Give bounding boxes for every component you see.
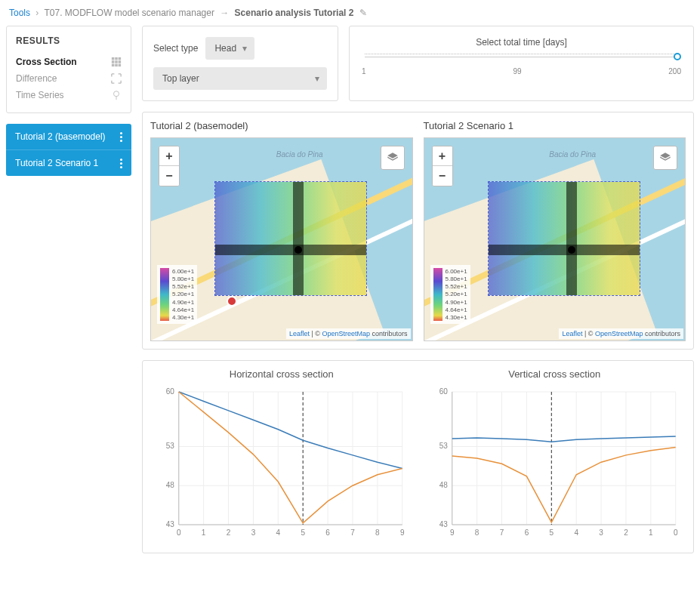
osm-link[interactable]: OpenStreetMap — [322, 330, 370, 337]
osm-link[interactable]: OpenStreetMap — [595, 330, 643, 337]
time-slider[interactable] — [365, 51, 678, 66]
slider-handle[interactable] — [674, 53, 681, 60]
location-icon — [111, 90, 122, 100]
leaflet-link[interactable]: Leaflet — [562, 330, 582, 337]
grid-icon — [111, 57, 122, 67]
slider-mid: 99 — [513, 67, 521, 75]
breadcrumb-current: Scenario analysis Tutorial 2 — [235, 8, 354, 18]
edit-icon[interactable]: ✎ — [359, 8, 367, 18]
layers-icon — [386, 151, 399, 165]
results-item-difference[interactable]: Difference — [16, 70, 122, 87]
svg-text:5: 5 — [301, 528, 305, 537]
model-overlay[interactable] — [489, 182, 640, 295]
scenario-item-basemodel[interactable]: Tutorial 2 (basemodel) — [6, 124, 131, 150]
scenario-list: Tutorial 2 (basemodel) Tutorial 2 Scenar… — [6, 124, 131, 176]
map-title: Tutorial 2 Scenario 1 — [424, 120, 686, 131]
svg-rect-4 — [115, 60, 118, 63]
breadcrumb: Tools › T07. MODFLOW model scenario mana… — [6, 3, 694, 26]
svg-text:2: 2 — [227, 528, 231, 537]
svg-text:6: 6 — [524, 528, 529, 537]
map-panel-1: Tutorial 2 Scenario 1 Bacia do Pina + − — [424, 120, 686, 341]
menu-dots-icon[interactable] — [120, 159, 122, 168]
chart-panel-1: Vertical cross section 9876543210 434853… — [424, 368, 686, 545]
map-panel-0: Tutorial 2 (basemodel) Bacia do Pina + − — [150, 120, 413, 341]
scenario-label: Tutorial 2 Scenario 1 — [15, 158, 98, 168]
svg-text:9: 9 — [400, 528, 405, 537]
svg-text:53: 53 — [166, 442, 175, 450]
map-attribution: Leaflet | © OpenStreetMap contributors — [286, 328, 411, 339]
svg-rect-0 — [112, 57, 115, 60]
chart-panel-0: Horizontal cross section 0123456789 4348… — [150, 368, 413, 545]
zoom-in-button[interactable]: + — [433, 146, 452, 166]
leaflet-link[interactable]: Leaflet — [289, 330, 310, 337]
svg-text:48: 48 — [166, 481, 175, 489]
svg-rect-5 — [119, 60, 122, 63]
zoom-control: + − — [159, 146, 180, 186]
svg-text:0: 0 — [177, 528, 181, 537]
map-title: Tutorial 2 (basemodel) — [150, 120, 413, 131]
svg-text:7: 7 — [499, 528, 504, 537]
menu-dots-icon[interactable] — [120, 132, 122, 142]
select-type-label: Select type — [153, 43, 198, 54]
color-legend: 6.00e+15.80e+15.52e+15.20e+14.90e+14.64e… — [157, 265, 197, 324]
results-title: RESULTS — [16, 35, 122, 46]
svg-text:3: 3 — [599, 528, 603, 537]
svg-point-9 — [114, 91, 119, 97]
chart-svg: 0123456789 43485360 — [150, 384, 413, 543]
svg-text:43: 43 — [166, 520, 175, 528]
slider-min: 1 — [362, 67, 366, 75]
svg-rect-8 — [119, 64, 122, 67]
time-slider-panel: Select total time [days] 1 99 200 — [349, 26, 694, 101]
select-controls-panel: Select type Head Top layer — [142, 26, 338, 101]
svg-text:1: 1 — [649, 528, 653, 537]
svg-rect-6 — [112, 64, 115, 67]
results-item-label: Time Series — [16, 90, 64, 100]
scenario-label: Tutorial 2 (basemodel) — [15, 131, 106, 142]
map-attribution: Leaflet | © OpenStreetMap contributors — [559, 328, 683, 339]
zoom-out-button[interactable]: − — [159, 166, 179, 186]
svg-text:5: 5 — [549, 528, 554, 537]
results-item-cross-section[interactable]: Cross Section — [16, 54, 122, 70]
map-canvas[interactable]: Bacia do Pina + − — [150, 137, 413, 341]
svg-text:1: 1 — [202, 528, 206, 537]
scenario-item-scenario1[interactable]: Tutorial 2 Scenario 1 — [6, 150, 131, 176]
results-item-label: Difference — [16, 73, 57, 84]
svg-text:2: 2 — [624, 528, 628, 537]
svg-rect-7 — [115, 64, 118, 67]
svg-text:7: 7 — [350, 528, 355, 537]
select-type-dropdown[interactable]: Head — [205, 37, 254, 60]
svg-text:60: 60 — [166, 387, 175, 396]
layers-button[interactable] — [381, 146, 405, 170]
svg-rect-2 — [119, 57, 122, 60]
time-slider-title: Select total time [days] — [360, 37, 683, 48]
zoom-control: + − — [432, 146, 453, 186]
chart-title: Horizontal cross section — [150, 368, 413, 380]
svg-text:60: 60 — [439, 387, 448, 396]
svg-text:6: 6 — [325, 528, 330, 537]
svg-text:43: 43 — [439, 520, 448, 528]
svg-text:9: 9 — [449, 528, 454, 537]
breadcrumb-tools[interactable]: Tools — [9, 8, 30, 18]
map-marker — [227, 296, 237, 307]
results-item-time-series[interactable]: Time Series — [16, 87, 122, 103]
svg-text:48: 48 — [439, 481, 448, 489]
results-panel: RESULTS Cross Section Difference Time Se… — [6, 26, 131, 113]
svg-text:53: 53 — [439, 442, 448, 450]
model-overlay[interactable] — [215, 182, 366, 295]
layers-button[interactable] — [653, 146, 677, 170]
color-legend: 6.00e+15.80e+15.52e+15.20e+14.90e+14.64e… — [430, 265, 470, 324]
chart-title: Vertical cross section — [424, 368, 686, 380]
svg-text:8: 8 — [474, 528, 479, 537]
zoom-out-button[interactable]: − — [433, 166, 452, 186]
svg-text:8: 8 — [375, 528, 380, 537]
svg-text:4: 4 — [574, 528, 578, 537]
svg-rect-3 — [112, 60, 115, 63]
chart-svg: 9876543210 43485360 — [424, 384, 686, 543]
slider-max: 200 — [668, 67, 681, 75]
select-layer-dropdown[interactable]: Top layer — [153, 67, 327, 90]
svg-text:3: 3 — [251, 528, 256, 537]
layers-icon — [658, 151, 672, 165]
results-item-label: Cross Section — [16, 57, 77, 67]
map-canvas[interactable]: Bacia do Pina + − — [424, 137, 686, 341]
zoom-in-button[interactable]: + — [159, 146, 179, 166]
